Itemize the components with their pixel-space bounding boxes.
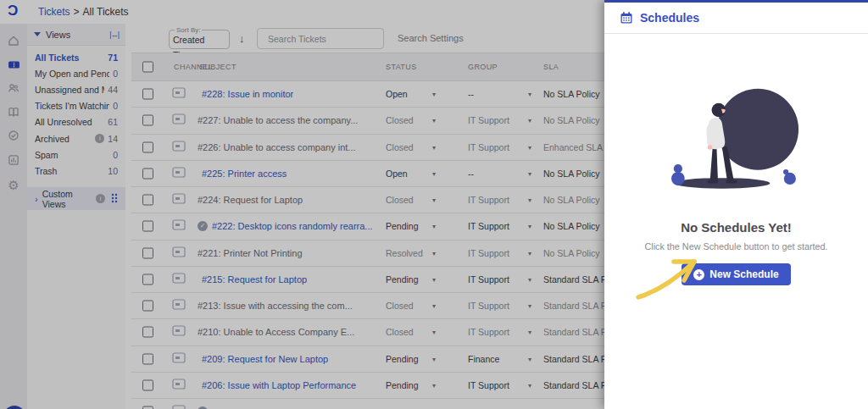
ticket-subject[interactable]: #227: Unable to access the company... bbox=[198, 115, 358, 125]
row-checkbox[interactable] bbox=[142, 247, 153, 258]
custom-views-row[interactable]: › Custom Views i bbox=[27, 187, 125, 210]
desk-logo-icon[interactable]: Ɔ bbox=[8, 3, 18, 19]
group-dropdown-icon[interactable]: ▾ bbox=[528, 329, 531, 336]
view-item-count: 10 bbox=[108, 166, 118, 176]
ticket-subject[interactable]: #224: Request for Laptop bbox=[198, 195, 303, 205]
row-checkbox[interactable] bbox=[142, 274, 153, 285]
group-dropdown-icon[interactable]: ▾ bbox=[528, 223, 531, 230]
group-dropdown-icon[interactable]: ▾ bbox=[528, 302, 531, 310]
ticket-subject[interactable]: #222: Desktop icons randomly rearra... bbox=[212, 221, 373, 231]
ticket-subject[interactable]: #209: Request for New Laptop bbox=[202, 354, 328, 364]
group-dropdown-icon[interactable]: ▾ bbox=[528, 381, 531, 389]
ticket-subject[interactable]: #226: Unable to access company int... bbox=[198, 142, 356, 152]
view-item-label: Unassigned and My Open bbox=[35, 85, 104, 95]
search-box[interactable] bbox=[257, 28, 384, 49]
views-header[interactable]: Views |↔| bbox=[27, 24, 125, 46]
column-status: STATUS bbox=[386, 63, 417, 71]
view-item[interactable]: Unassigned and My Open i 44 bbox=[27, 81, 125, 97]
home-icon[interactable] bbox=[7, 34, 20, 47]
group-dropdown-icon[interactable]: ▾ bbox=[528, 249, 531, 257]
community-icon[interactable] bbox=[7, 129, 20, 142]
group-dropdown-icon[interactable]: ▾ bbox=[528, 196, 531, 204]
row-checkbox[interactable] bbox=[142, 406, 153, 409]
resolved-check-icon: ✓ bbox=[198, 221, 208, 231]
view-item[interactable]: My Open and Pending i 0 bbox=[27, 65, 125, 81]
views-sidebar: Views |↔| All Tickets i 71 My Open and P… bbox=[27, 24, 125, 409]
group-dropdown-icon[interactable]: ▾ bbox=[528, 91, 531, 98]
breadcrumb-tickets-link[interactable]: Tickets bbox=[38, 6, 70, 18]
sidebar-scrollbar[interactable] bbox=[125, 24, 131, 409]
ticket-group: IT Support bbox=[468, 301, 509, 311]
select-all-checkbox[interactable] bbox=[142, 62, 153, 73]
status-dropdown-icon[interactable]: ▾ bbox=[432, 302, 436, 310]
setup-gear-icon[interactable]: ⚙ bbox=[7, 178, 20, 191]
ticket-subject[interactable]: #228: Issue in monitor bbox=[202, 89, 293, 99]
group-dropdown-icon[interactable]: ▾ bbox=[528, 117, 531, 124]
row-checkbox[interactable] bbox=[142, 89, 153, 100]
ticket-subject[interactable]: #221: Printer Not Printing bbox=[198, 248, 303, 258]
sort-by-dropdown[interactable]: Sort By: Created Time ▾ bbox=[169, 26, 230, 49]
view-item[interactable]: Archived i 14 bbox=[27, 130, 125, 146]
sort-direction-icon[interactable]: ↓ bbox=[239, 32, 245, 45]
chat-bubble-icon[interactable] bbox=[3, 406, 25, 409]
row-checkbox[interactable] bbox=[142, 141, 153, 152]
ticket-group: Finance bbox=[468, 354, 499, 364]
channel-web-form-icon bbox=[172, 272, 186, 287]
row-checkbox[interactable] bbox=[142, 379, 153, 390]
ticket-subject[interactable]: #215: Request for Laptop bbox=[202, 274, 307, 285]
status-dropdown-icon[interactable]: ▾ bbox=[432, 169, 436, 177]
status-dropdown-icon[interactable]: ▾ bbox=[432, 275, 436, 283]
search-input[interactable] bbox=[268, 34, 382, 44]
ticket-subject[interactable]: #206: Issue with Laptop Performance bbox=[202, 380, 356, 390]
ticket-sla: No SLA Policy bbox=[543, 195, 600, 205]
view-item[interactable]: Trash i 10 bbox=[27, 163, 125, 179]
group-dropdown-icon[interactable]: ▾ bbox=[528, 275, 531, 283]
row-checkbox[interactable] bbox=[142, 353, 153, 364]
channel-web-form-icon bbox=[172, 166, 186, 181]
ticket-subject[interactable]: #225: Printer access bbox=[202, 169, 287, 179]
column-sla: SLA bbox=[543, 63, 559, 71]
group-dropdown-icon[interactable]: ▾ bbox=[528, 143, 531, 151]
row-checkbox[interactable] bbox=[142, 115, 153, 126]
view-item[interactable]: All Unresolved i 61 bbox=[27, 114, 125, 130]
ticket-subject[interactable]: #213: Issue with accessing the com... bbox=[198, 301, 353, 311]
row-checkbox[interactable] bbox=[142, 195, 153, 206]
row-checkbox[interactable] bbox=[142, 301, 153, 312]
customers-icon[interactable] bbox=[7, 81, 20, 95]
row-checkbox[interactable] bbox=[142, 221, 153, 232]
view-item[interactable]: Tickets I'm Watching i 0 bbox=[27, 98, 125, 114]
status-dropdown-icon[interactable]: ▾ bbox=[432, 381, 436, 389]
yellow-arrow-annotation bbox=[632, 245, 715, 304]
status-dropdown-icon[interactable]: ▾ bbox=[432, 223, 436, 230]
group-dropdown-icon[interactable]: ▾ bbox=[528, 355, 531, 362]
knowledge-base-icon[interactable] bbox=[7, 105, 20, 119]
status-dropdown-icon[interactable]: ▾ bbox=[432, 329, 436, 336]
status-dropdown-icon[interactable]: ▾ bbox=[432, 196, 436, 204]
apps-grid-icon[interactable] bbox=[111, 191, 118, 207]
group-dropdown-icon[interactable]: ▾ bbox=[528, 169, 531, 177]
view-item[interactable]: All Tickets i 71 bbox=[27, 49, 125, 65]
search-settings-link[interactable]: Search Settings bbox=[398, 33, 464, 43]
ticket-group: -- bbox=[468, 169, 474, 179]
status-dropdown-icon[interactable]: ▾ bbox=[432, 117, 436, 124]
channel-web-form-icon bbox=[172, 324, 186, 340]
view-item-count: 61 bbox=[108, 117, 118, 127]
collapse-expand-icon[interactable]: |↔| bbox=[109, 30, 119, 39]
status-dropdown-icon[interactable]: ▾ bbox=[432, 249, 436, 257]
ticket-subject[interactable]: #210: Unable to Access Company E... bbox=[198, 327, 354, 337]
ticket-status: Closed bbox=[386, 195, 414, 205]
ticket-sla: No SLA Policy bbox=[543, 169, 600, 179]
view-item[interactable]: Spam i 0 bbox=[27, 146, 125, 163]
row-checkbox[interactable] bbox=[142, 168, 153, 179]
nav-rail: ⚙ bbox=[0, 24, 27, 409]
tickets-icon[interactable] bbox=[7, 58, 20, 71]
view-item-count: 0 bbox=[113, 69, 118, 79]
row-checkbox[interactable] bbox=[142, 327, 153, 338]
breadcrumb-separator: > bbox=[74, 6, 80, 18]
status-dropdown-icon[interactable]: ▾ bbox=[432, 355, 436, 362]
status-dropdown-icon[interactable]: ▾ bbox=[432, 143, 436, 151]
status-dropdown-icon[interactable]: ▾ bbox=[432, 91, 436, 98]
channel-web-form-icon bbox=[172, 140, 186, 155]
analytics-icon[interactable] bbox=[7, 153, 20, 167]
ticket-status: Closed bbox=[386, 327, 414, 337]
